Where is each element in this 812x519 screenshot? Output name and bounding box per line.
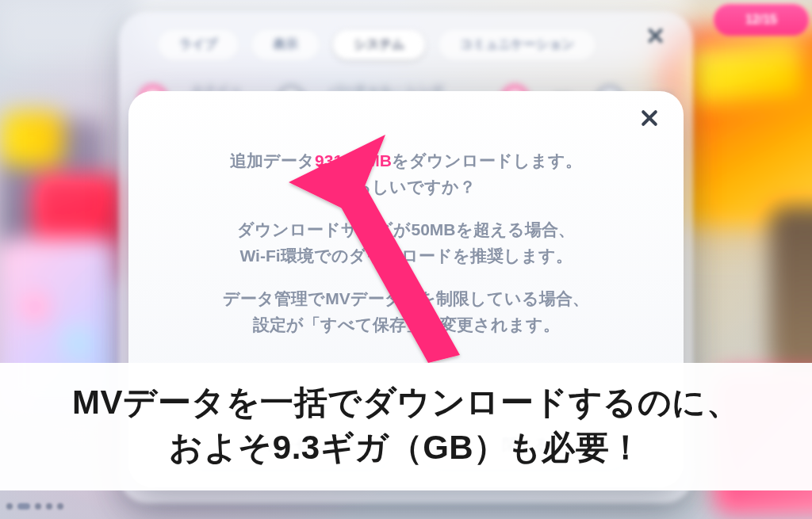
dialog-line4: Wi-Fi環境でのダウンロードを推奨します。 (239, 246, 572, 265)
settings-close-icon[interactable]: ✕ (645, 22, 677, 54)
dialog-body: 追加データ9312.3MBをダウンロードします。 よろしいですか？ ダウンロード… (128, 148, 684, 338)
dialog-size-value: 9312.3MB (315, 151, 392, 170)
tab-communication[interactable]: コミュニケーション (439, 30, 595, 59)
dialog-line1-post: をダウンロードします。 (392, 151, 582, 170)
screenshot-stage: ライブ 表示 システム コミュニケーション ✕ 12/15 エクイップ バーチャ… (0, 0, 812, 519)
dialog-close-icon[interactable] (636, 105, 663, 132)
tab-system[interactable]: システム (333, 30, 425, 59)
dialog-line6: 設定が「すべて保存」に変更されます。 (253, 315, 560, 334)
dialog-line2: よろしいですか？ (337, 177, 476, 196)
dialog-line3: ダウンロードサイズが50MBを超える場合、 (237, 220, 574, 239)
gem-counter: 12/15 (714, 4, 809, 36)
tab-live[interactable]: ライブ (159, 30, 238, 59)
tab-display[interactable]: 表示 (252, 30, 319, 59)
annotation-banner: MVデータを一括でダウンロードするのに、 およそ9.3ギガ（GB）も必要！ (0, 363, 812, 490)
gem-count-value: 12/15 (745, 13, 777, 27)
annotation-line1: MVデータを一括でダウンロードするのに、 (19, 380, 793, 425)
dialog-line5: データ管理でMVデータ数を制限している場合、 (223, 289, 589, 307)
pager-dots (6, 503, 63, 509)
annotation-line2: およそ9.3ギガ（GB）も必要！ (19, 426, 793, 470)
settings-tabs: ライブ 表示 システム コミュニケーション (159, 21, 693, 68)
dialog-line1-pre: 追加データ (230, 151, 315, 170)
